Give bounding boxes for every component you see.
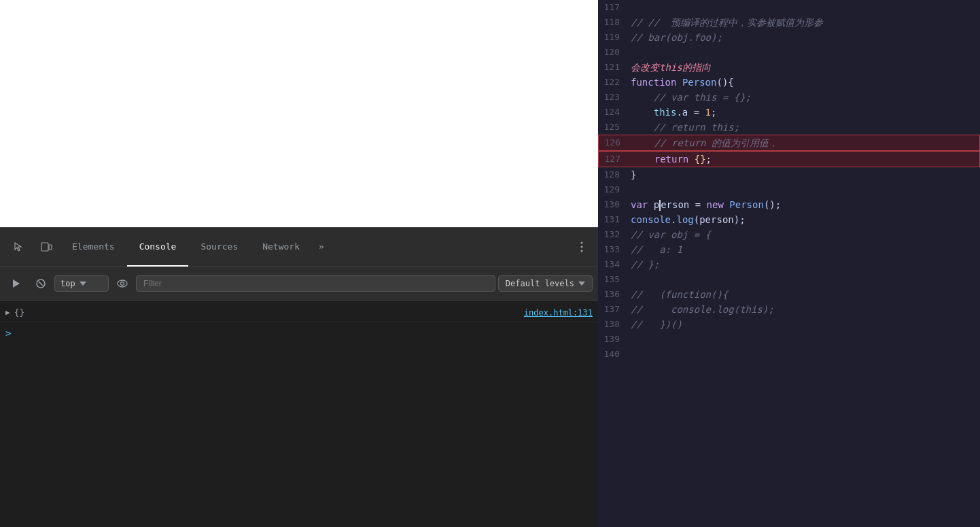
code-line-132: 132// var obj = {	[598, 227, 980, 242]
line-number: 118	[598, 15, 631, 30]
line-code: // // 预编译的过程中，实参被赋值为形参	[631, 15, 823, 30]
log-content: {}	[14, 307, 25, 318]
device-toggle-button[interactable]	[33, 233, 60, 260]
line-number: 128	[598, 167, 631, 182]
svg-rect-1	[49, 245, 52, 250]
line-code: // (function(){	[631, 287, 728, 302]
line-number: 124	[598, 105, 631, 120]
log-levels-selector[interactable]: Default levels	[498, 275, 593, 292]
devtools-panel: Elements Console Sources Network »	[0, 228, 598, 527]
svg-point-8	[118, 280, 127, 287]
context-selector[interactable]: top	[54, 275, 109, 292]
line-code: var person = new Person();	[631, 197, 781, 212]
svg-point-9	[121, 282, 124, 285]
code-line-136: 136// (function(){	[598, 287, 980, 302]
line-number: 132	[598, 227, 631, 242]
line-code: // console.log(this);	[631, 302, 774, 317]
tab-console[interactable]: Console	[127, 228, 189, 267]
line-number: 121	[598, 60, 631, 75]
console-log-entry: ▶ {} index.html:131	[0, 303, 598, 322]
code-line-129: 129	[598, 182, 980, 197]
tab-elements[interactable]: Elements	[60, 228, 127, 267]
tab-more[interactable]: »	[312, 228, 331, 267]
line-number: 136	[598, 287, 631, 302]
line-number: 135	[598, 272, 631, 287]
line-number: 127	[599, 152, 631, 167]
code-line-124: 124 this.a = 1;	[598, 105, 980, 120]
code-line-123: 123 // var this = {};	[598, 90, 980, 105]
line-code: // return this;	[631, 120, 739, 135]
line-code: // })()	[631, 317, 682, 332]
code-line-120: 120	[598, 45, 980, 60]
line-number: 126	[599, 135, 631, 150]
line-number: 120	[598, 45, 631, 60]
code-line-122: 122function Person(){	[598, 75, 980, 90]
line-code: // var obj = {	[631, 227, 711, 242]
line-number: 139	[598, 332, 631, 347]
line-code: this.a = 1;	[631, 105, 716, 120]
line-code: return {};	[631, 152, 712, 167]
code-line-133: 133// a: 1	[598, 242, 980, 257]
code-line-121: 121会改变this的指向	[598, 60, 980, 75]
line-number: 140	[598, 347, 631, 362]
line-code: // a: 1	[631, 242, 682, 257]
line-code: // bar(obj.foo);	[631, 30, 722, 45]
svg-point-2	[581, 242, 583, 244]
live-expressions-button[interactable]	[111, 273, 133, 294]
svg-line-7	[39, 282, 43, 286]
svg-point-3	[581, 246, 583, 248]
line-number: 129	[598, 182, 631, 197]
svg-point-4	[581, 250, 583, 252]
code-line-119: 119// bar(obj.foo);	[598, 30, 980, 45]
console-input-line: >	[0, 322, 598, 344]
line-number: 122	[598, 75, 631, 90]
code-line-130: 130var person = new Person();	[598, 197, 980, 212]
code-line-127: 127 return {};	[598, 151, 980, 167]
line-code: 会改变this的指向	[631, 60, 711, 75]
code-area: 117118// // 预编译的过程中，实参被赋值为形参119// bar(ob…	[598, 0, 980, 527]
code-editor-panel: 117118// // 预编译的过程中，实参被赋值为形参119// bar(ob…	[598, 0, 980, 527]
console-filter-input[interactable]	[136, 275, 495, 292]
line-number: 123	[598, 90, 631, 105]
code-line-137: 137// console.log(this);	[598, 302, 980, 317]
line-code: // var this = {};	[631, 90, 751, 105]
line-number: 119	[598, 30, 631, 45]
left-panel: Elements Console Sources Network »	[0, 0, 598, 527]
code-line-134: 134// };	[598, 257, 980, 272]
code-line-126: 126 // return 的值为引用值，	[598, 135, 980, 151]
line-code: // return 的值为引用值，	[631, 135, 778, 150]
line-number: 133	[598, 242, 631, 257]
console-output: ▶ {} index.html:131 >	[0, 301, 598, 527]
line-number: 131	[598, 212, 631, 227]
code-line-118: 118// // 预编译的过程中，实参被赋值为形参	[598, 15, 980, 30]
svg-marker-5	[13, 279, 20, 288]
tab-network[interactable]: Network	[250, 228, 312, 267]
svg-rect-0	[41, 243, 48, 251]
line-number: 117	[598, 0, 631, 15]
code-line-128: 128}	[598, 167, 980, 182]
file-reference-link[interactable]: index.html:131	[524, 308, 593, 318]
stop-button[interactable]	[30, 273, 52, 294]
line-code: // };	[631, 257, 659, 272]
expand-arrow-icon[interactable]: ▶	[5, 308, 10, 317]
devtools-toolbar: top Default levels	[0, 267, 598, 301]
line-number: 125	[598, 120, 631, 135]
code-line-135: 135	[598, 272, 980, 287]
devtools-menu-button[interactable]	[571, 236, 593, 258]
tab-sources[interactable]: Sources	[188, 228, 250, 267]
code-line-125: 125 // return this;	[598, 120, 980, 135]
code-line-138: 138// })()	[598, 317, 980, 332]
run-script-button[interactable]	[5, 273, 27, 294]
code-line-117: 117	[598, 0, 980, 15]
devtools-tabs-bar: Elements Console Sources Network »	[0, 228, 598, 267]
console-prompt-icon: >	[5, 328, 11, 339]
browser-content	[0, 0, 598, 228]
inspect-element-button[interactable]	[5, 233, 33, 260]
line-code: console.log(person);	[631, 212, 746, 227]
line-number: 134	[598, 257, 631, 272]
code-line-140: 140	[598, 347, 980, 362]
code-line-139: 139	[598, 332, 980, 347]
line-code: function Person(){	[631, 75, 734, 90]
line-number: 138	[598, 317, 631, 332]
line-number: 130	[598, 197, 631, 212]
